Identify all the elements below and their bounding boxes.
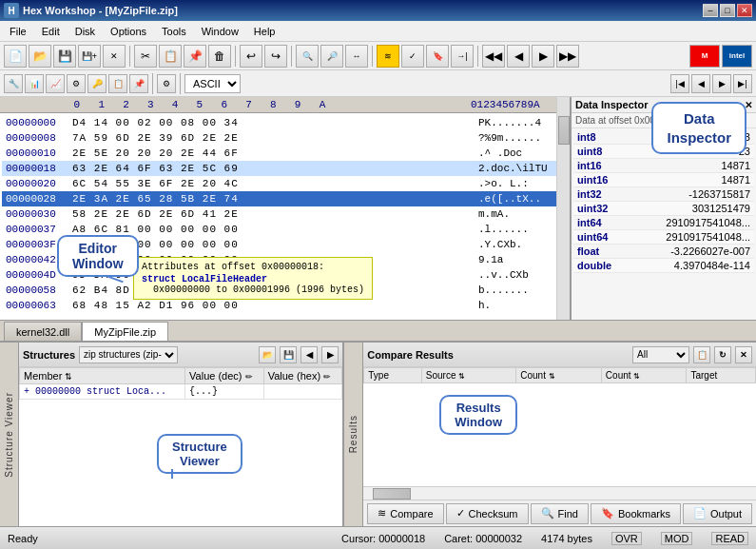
struct-btn1[interactable]: 🔧	[4, 74, 23, 93]
struct-btn6[interactable]: 📋	[108, 74, 127, 93]
nav-next-button[interactable]: ▶▶	[556, 45, 579, 68]
data-inspector-callout: DataInspector	[651, 102, 746, 154]
undo-button[interactable]: ↩	[240, 45, 262, 68]
struct-btn2[interactable]: 📊	[25, 74, 44, 93]
new-button[interactable]: 📄	[4, 45, 27, 68]
hex-row-5[interactable]: 00000028 2E 3A 2E 65 28 5B 2E 74 .e([..t…	[2, 191, 568, 206]
output-tab-label: Output	[710, 508, 742, 520]
nav-fwd-button[interactable]: ▶	[532, 45, 554, 68]
compare-tab-icon: ≋	[378, 507, 386, 520]
maximize-button[interactable]: □	[720, 4, 735, 17]
nav-fwd2[interactable]: ▶	[712, 74, 731, 93]
structure-viewer-annotation: StructureViewer	[157, 434, 242, 474]
results-hscrollbar-thumb[interactable]	[373, 488, 411, 500]
struct-btn-save[interactable]: 💾	[280, 346, 297, 363]
hex-bytes-0: D4 14 00 02 00 08 00 34	[72, 115, 478, 130]
compare-close-btn[interactable]: ✕	[735, 346, 752, 363]
results-window-annotation: ResultsWindow	[439, 395, 517, 435]
struct-dec-edit[interactable]: ✏	[245, 372, 253, 382]
nav-end[interactable]: ▶|	[733, 74, 752, 93]
struct-member-sort[interactable]: ⇅	[65, 372, 72, 382]
nav-back-button[interactable]: ◀	[507, 45, 530, 68]
find-tab-label: Find	[558, 508, 578, 520]
paste-button[interactable]: 📌	[184, 45, 206, 68]
encoding-select[interactable]: ASCII	[184, 74, 241, 93]
menu-file[interactable]: File	[2, 21, 34, 41]
compare-col-type: Type	[364, 368, 421, 383]
menu-help[interactable]: Help	[246, 21, 283, 41]
struct-btn5[interactable]: 🔑	[87, 74, 107, 93]
save-button[interactable]: 💾	[53, 45, 76, 68]
struct-btn8[interactable]: ⚙	[157, 74, 176, 93]
menu-edit[interactable]: Edit	[34, 21, 68, 41]
copy-button[interactable]: 📋	[159, 45, 182, 68]
minimize-button[interactable]: –	[703, 4, 718, 17]
compare-source-icon[interactable]: ⇅	[458, 372, 465, 381]
di-int64: int642910917541048...	[573, 216, 754, 230]
struct-btn-nav-fwd[interactable]: ▶	[321, 346, 339, 363]
bookmarks-tab[interactable]: 🔖 Bookmarks	[591, 503, 681, 524]
hex-row-2[interactable]: 00000010 2E 5E 20 20 20 2E 44 6F .^ .Doc	[2, 146, 568, 161]
compare-count2-icon[interactable]: ⇅	[633, 372, 640, 381]
structures-select[interactable]: zip structures (zip-	[79, 346, 178, 363]
nav-prev2[interactable]: ◀	[691, 74, 710, 93]
goto-button[interactable]: →|	[451, 45, 474, 68]
find-next-button[interactable]: 🔎	[320, 45, 343, 68]
struct-btn3[interactable]: 📈	[46, 74, 65, 93]
results-label-bar: Results	[344, 343, 363, 526]
editor-scrollbar[interactable]	[556, 97, 570, 320]
hex-row-1[interactable]: 00000008 7A 59 6D 2E 39 6D 2E 2E ?%9m...…	[2, 130, 568, 146]
open-button[interactable]: 📂	[29, 45, 51, 68]
struct-btn-nav-back[interactable]: ◀	[300, 346, 318, 363]
redo-button[interactable]: ↪	[264, 45, 287, 68]
compare-button[interactable]: ≋	[377, 45, 399, 68]
compare-count1-icon[interactable]: ⇅	[549, 372, 555, 381]
file-tab-kernel32[interactable]: kernel32.dll	[4, 322, 82, 341]
menu-disk[interactable]: Disk	[68, 21, 103, 41]
save-all-button[interactable]: 💾+	[78, 45, 101, 68]
nav-start[interactable]: |◀	[670, 74, 689, 93]
nav-prev-button[interactable]: ◀◀	[482, 45, 505, 68]
hex-bytes-5: 2E 3A 2E 65 28 5B 2E 74	[72, 191, 478, 206]
scrollbar-thumb[interactable]	[558, 116, 570, 145]
compare-refresh-btn[interactable]: ↻	[714, 346, 731, 363]
compare-tab[interactable]: ≋ Compare	[367, 503, 443, 524]
replace-button[interactable]: ↔	[345, 45, 368, 68]
struct-btn7[interactable]: 📌	[129, 74, 148, 93]
menu-options[interactable]: Options	[103, 21, 154, 41]
checksum-tab[interactable]: ✓ Checksum	[446, 503, 529, 524]
find-tab[interactable]: 🔍 Find	[531, 503, 589, 524]
hex-row-0[interactable]: 00000000 D4 14 00 02 00 08 00 34 PK.....…	[2, 115, 568, 130]
hex-row-12[interactable]: 00000063 68 48 15 A2 D1 96 00 00 h.	[2, 298, 568, 313]
find-tab-icon: 🔍	[541, 507, 554, 520]
hex-addr-3: 00000018	[6, 161, 72, 176]
struct-btn4[interactable]: ⚙	[67, 74, 86, 93]
compare-copy-btn[interactable]: 📋	[693, 346, 710, 363]
hex-row-4[interactable]: 00000020 6C 54 55 3E 6F 2E 20 4C .>o. L.…	[2, 176, 568, 191]
hex-addr-0: 00000000	[6, 115, 72, 130]
structure-panel-header: Structures zip structures (zip- 📂 💾 ◀ ▶	[19, 343, 342, 367]
file-tab-myzipfile[interactable]: MyZipFile.zip	[82, 322, 168, 341]
bookmark-button[interactable]: 🔖	[426, 45, 449, 68]
hex-row-6[interactable]: 00000030 58 2E 2E 6D 2E 6D 41 2E m.mA.	[2, 206, 568, 222]
find-button[interactable]: 🔍	[296, 45, 319, 68]
compare-filter-select[interactable]: All	[632, 346, 689, 363]
cut-button[interactable]: ✂	[134, 45, 157, 68]
struct-row-0[interactable]: + 00000000 struct Loca... {...}	[20, 384, 342, 400]
menu-tools[interactable]: Tools	[154, 21, 194, 41]
menu-window[interactable]: Window	[194, 21, 246, 41]
close-file-button[interactable]: ✕	[103, 45, 126, 68]
title-bar-left: H Hex Workshop - [MyZipFile.zip]	[4, 3, 178, 18]
struct-hex-edit[interactable]: ✏	[323, 372, 331, 382]
compare-table: Type Source ⇅ Count ⇅ Count ⇅	[363, 367, 756, 383]
struct-btn-open[interactable]: 📂	[259, 346, 276, 363]
output-tab[interactable]: 📄 Output	[683, 503, 752, 524]
sep7	[180, 73, 181, 94]
close-button[interactable]: ✕	[737, 4, 752, 17]
results-hscrollbar[interactable]	[363, 486, 756, 500]
hex-addr-7: 00000037	[6, 222, 72, 237]
hex-row-3[interactable]: 00000018 63 2E 64 6F 63 2E 5C 69 2.doc.\…	[2, 161, 568, 176]
checksum-button[interactable]: ✓	[401, 45, 424, 68]
delete-button[interactable]: 🗑	[208, 45, 231, 68]
hex-row-13[interactable]: 0000006E F0 43 3F C8 6E 53 2E 00 .C?.	[2, 313, 568, 315]
